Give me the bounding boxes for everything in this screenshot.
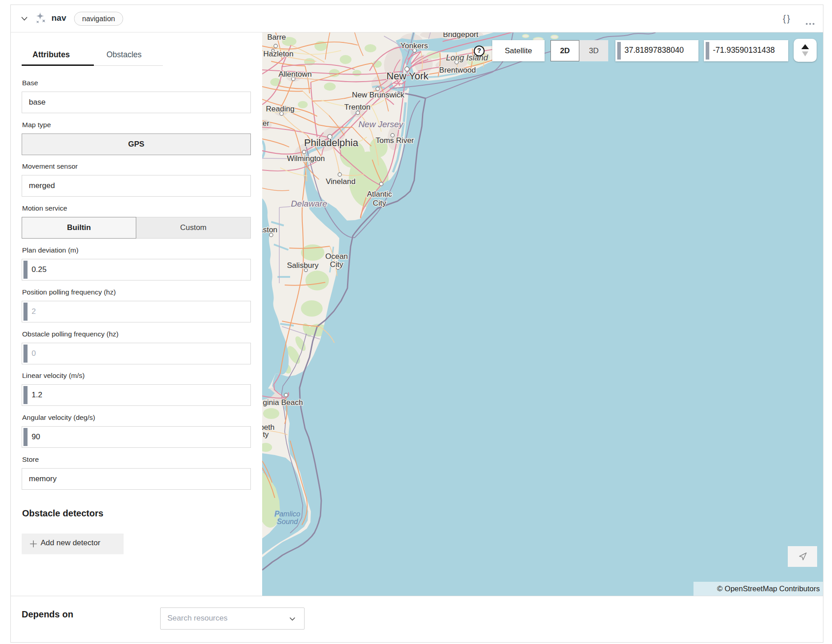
svg-text:Ocean: Ocean: [325, 252, 348, 261]
svg-text:Reading: Reading: [266, 105, 294, 113]
svg-text:Trenton: Trenton: [344, 103, 370, 111]
svg-text:Brentwood: Brentwood: [439, 66, 476, 74]
svg-text:New York: New York: [387, 70, 429, 82]
svg-text:Atlantic: Atlantic: [367, 190, 392, 198]
svg-text:Sound: Sound: [277, 518, 298, 525]
svg-text:City: City: [373, 199, 386, 207]
svg-text:Salisbury: Salisbury: [287, 261, 319, 270]
svg-text:Philadelphia: Philadelphia: [304, 137, 359, 148]
svg-text:ty: ty: [263, 430, 269, 439]
svg-text:Toms River: Toms River: [375, 136, 414, 145]
svg-text:Hazleton: Hazleton: [263, 50, 293, 58]
svg-text:Yonkers: Yonkers: [401, 41, 428, 50]
svg-text:Delaware: Delaware: [291, 199, 327, 208]
svg-text:Vineland: Vineland: [326, 177, 356, 186]
svg-text:ginia Beach: ginia Beach: [263, 398, 303, 407]
svg-text:ter: ter: [262, 119, 269, 128]
svg-text:Allentown: Allentown: [278, 70, 312, 78]
svg-text:Bridgeport: Bridgeport: [443, 32, 479, 39]
svg-text:Barre: Barre: [267, 33, 286, 41]
svg-text:City: City: [330, 260, 343, 269]
svg-text:aston: aston: [262, 225, 277, 234]
svg-text:New Jersey: New Jersey: [358, 120, 404, 129]
svg-text:Wilmington: Wilmington: [287, 154, 325, 163]
svg-text:New Brunswick: New Brunswick: [352, 91, 405, 99]
svg-text:Pamlico: Pamlico: [275, 510, 300, 518]
